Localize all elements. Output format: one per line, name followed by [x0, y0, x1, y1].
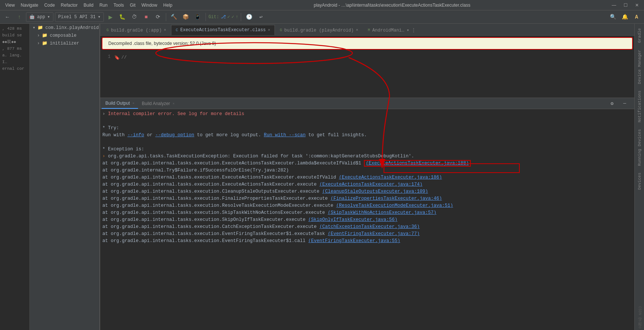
- build-line-exception-main: › org.gradle.api.tasks.TaskExecutionExce…: [102, 153, 632, 160]
- git-check2: ✓: [231, 14, 234, 20]
- build-line-stack-2: at org.gradle.internal.Try$Failure.ifSuc…: [102, 167, 632, 174]
- device-dropdown[interactable]: Pixel 5 API 31 ▾: [55, 12, 104, 22]
- build-line-stack-10: at org.gradle.api.internal.tasks.executi…: [102, 223, 632, 231]
- debug-button[interactable]: 🐛: [117, 12, 128, 22]
- settings-icon[interactable]: ⚙: [607, 98, 617, 109]
- tab-build-gradle-play[interactable]: G build.gradle (playAndroid) ×: [275, 25, 363, 35]
- gradle-icon-1: G: [106, 28, 109, 32]
- link-skip-57[interactable]: (SkipTaskWithNoActionsExecuter.java:57): [328, 210, 437, 215]
- tab-execute-actions-class[interactable]: C ExecuteActionsTaskExecuter.class ×: [171, 25, 275, 35]
- search-button[interactable]: 🔍: [608, 12, 618, 22]
- panel-gradle[interactable]: Gradle: [636, 25, 643, 46]
- toolbar: ← ↑ 🤖 app ▾ Pixel 5 API 31 ▾ ▶ 🐛 ⏱ ■ ⟳ 🔨…: [0, 10, 644, 24]
- tab-android-manifest[interactable]: M AndroidMani… ▾ ⋮: [363, 25, 421, 35]
- tab-close-2[interactable]: ×: [268, 28, 270, 32]
- run-button[interactable]: ▶: [105, 12, 116, 22]
- link-skiponly-56[interactable]: (SkipOnlyIfTaskExecuter.java:56): [308, 217, 397, 222]
- menu-git[interactable]: Git: [128, 2, 138, 9]
- panel-notifications[interactable]: Notifications: [636, 88, 643, 125]
- tab-label-manifest: AndroidMani…: [372, 28, 404, 33]
- folder-icon-composable: 📁: [42, 33, 47, 38]
- menu-window[interactable]: Window: [139, 2, 160, 9]
- menu-run[interactable]: Run: [97, 2, 110, 9]
- link-executer-186[interactable]: (ExecuteActionsTaskExecuter.java:186): [339, 175, 442, 180]
- menu-code[interactable]: Code: [42, 2, 57, 9]
- app-dropdown[interactable]: 🤖 app ▾: [26, 12, 53, 22]
- link-info[interactable]: --info: [128, 133, 144, 138]
- tab-more-options[interactable]: ⋮: [411, 27, 416, 33]
- expand-icon-initializer: ›: [37, 41, 40, 46]
- root-label: com.linx.playAndroid: [45, 25, 99, 30]
- timing-2: build se: [2, 32, 27, 39]
- tab-close-3[interactable]: ×: [356, 28, 358, 32]
- link-debug[interactable]: --debug option: [155, 133, 194, 138]
- link-event-77[interactable]: (EventFiringTaskExecuter.java:77): [328, 231, 420, 236]
- tab-build-gradle-app[interactable]: G build.gradle (:app) ×: [102, 25, 171, 35]
- window-title: playAndroid - …\api\internal\tasks\execu…: [176, 3, 608, 8]
- git-branch-icon: ⎇: [221, 14, 226, 20]
- tab-label-execute-actions: ExecuteActionsTaskExecuter.class: [180, 27, 266, 33]
- maximize-button[interactable]: ☐: [621, 3, 630, 8]
- history-button[interactable]: 🕐: [244, 12, 254, 22]
- file-tree-composable[interactable]: › 📁 composable: [30, 32, 99, 39]
- revert-button[interactable]: ↩: [256, 12, 266, 22]
- timing-4: , 877 ms: [2, 45, 27, 52]
- tab-label-build-gradle-play: build.gradle (playAndroid): [284, 28, 354, 33]
- build-output-body[interactable]: › Internal compiler error. See log for m…: [100, 109, 634, 330]
- link-scan[interactable]: Run with --scan: [264, 133, 306, 138]
- build-analyzer-close[interactable]: ×: [172, 102, 174, 105]
- profile-button[interactable]: ⏱: [129, 12, 139, 22]
- tab-dropdown-arrow[interactable]: ▾: [407, 27, 409, 33]
- link-catch-36[interactable]: (CatchExceptionTaskExecuter.java:36): [319, 224, 420, 229]
- file-tree-initializer[interactable]: › 📁 initializer: [30, 39, 99, 47]
- timing-6: ernal cor: [2, 65, 27, 72]
- git-check1: ✓: [227, 14, 230, 20]
- notifications-button[interactable]: 🔔: [620, 12, 630, 22]
- bookmark-icon: 🔖: [114, 55, 120, 61]
- editor-content: 1 🔖 //: [100, 51, 634, 98]
- link-cleanup-109[interactable]: (CleanupStaleOutputsExecuter.java:109): [322, 189, 428, 194]
- file-tree-root[interactable]: ▾ 📁 com.linx.playAndroid: [30, 24, 99, 32]
- tab-build-output[interactable]: Build Output ×: [102, 98, 138, 109]
- line-numbers: 1: [103, 54, 114, 95]
- link-event-55[interactable]: (EventFiringTaskExecuter.java:55): [308, 238, 400, 244]
- tab-build-analyzer[interactable]: Build Analyzer ×: [138, 98, 178, 109]
- menu-refactor[interactable]: Refactor: [59, 2, 80, 9]
- expand-btn-1[interactable]: ›: [102, 111, 105, 117]
- git-arrow-up: ↑: [236, 14, 238, 20]
- link-resolve-51[interactable]: (ResolveTaskExecutionModeExecuter.java:5…: [336, 203, 453, 208]
- link-finalize-46[interactable]: (FinalizePropertiesTaskExecuter.java:46): [331, 196, 442, 201]
- sdk-button[interactable]: 📦: [181, 12, 191, 22]
- avd-button[interactable]: 📱: [193, 12, 203, 22]
- decompile-banner: Decompiled .class file, bytecode version…: [102, 37, 633, 50]
- stop-button[interactable]: ■: [141, 12, 151, 22]
- panel-running-devices[interactable]: Running Devices: [636, 126, 643, 169]
- class-icon: C: [176, 28, 178, 32]
- code-area[interactable]: 🔖 //: [114, 54, 631, 95]
- link-executer-174[interactable]: (ExecuteActionsTaskExecuter.java:174): [319, 182, 423, 187]
- collapse-icon[interactable]: —: [620, 98, 630, 109]
- panel-device-manager[interactable]: Device Manager: [636, 47, 643, 87]
- build-analyzer-label: Build Analyzer: [142, 101, 170, 106]
- toolbar-separator-3: [241, 13, 241, 21]
- link-executer-188[interactable]: (ExecuteActionsTaskExecuter.java:188): [364, 160, 471, 167]
- menu-build[interactable]: Build: [81, 2, 96, 9]
- sync-button[interactable]: ⟳: [153, 12, 163, 22]
- menu-tools[interactable]: Tools: [111, 2, 126, 9]
- device-chevron: ▾: [98, 14, 101, 20]
- build-line-blank-1: [102, 118, 632, 125]
- build-button[interactable]: 🔨: [169, 12, 179, 22]
- menu-navigate[interactable]: Navigate: [19, 2, 40, 9]
- build-output-close[interactable]: ×: [132, 101, 134, 105]
- back-button[interactable]: ←: [2, 12, 13, 22]
- tab-close-1[interactable]: ×: [164, 28, 166, 32]
- menu-view[interactable]: View: [3, 2, 17, 9]
- menu-bar: View Navigate Code Refactor Build Run To…: [0, 0, 644, 10]
- close-button[interactable]: ✕: [633, 3, 641, 8]
- menu-help[interactable]: Help: [161, 2, 175, 9]
- forward-button[interactable]: ↑: [14, 12, 24, 22]
- account-button[interactable]: A: [631, 12, 642, 22]
- minimize-button[interactable]: —: [610, 3, 618, 8]
- panel-devices[interactable]: Devices: [636, 170, 643, 193]
- build-line-stack-4: at org.gradle.api.internal.tasks.executi…: [102, 181, 632, 188]
